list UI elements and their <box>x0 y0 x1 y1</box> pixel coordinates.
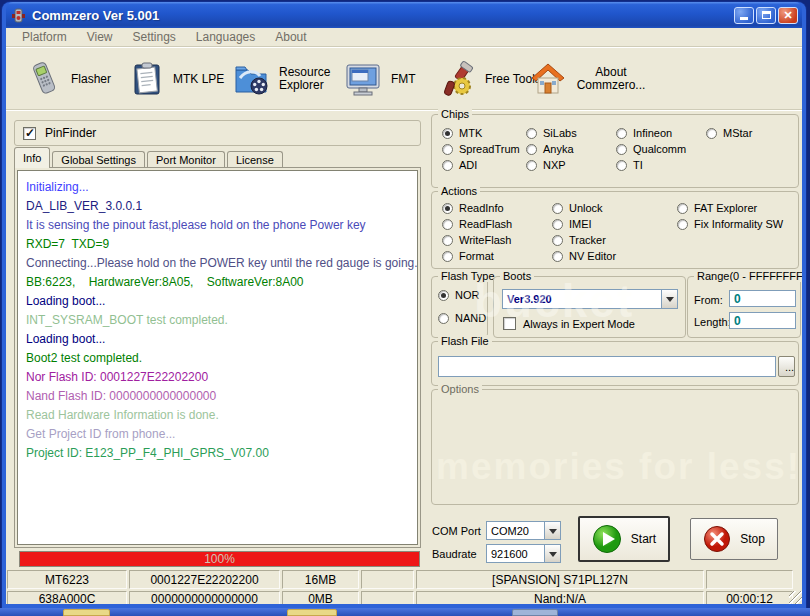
status-cell: MT6223 <box>7 570 127 589</box>
chip-radio-spreadtrum[interactable]: SpreadTrum <box>442 143 526 155</box>
close-button[interactable]: ✕ <box>778 7 798 24</box>
chevron-down-icon[interactable] <box>544 545 560 562</box>
action-radio-nv-editor[interactable]: NV Editor <box>552 250 677 262</box>
baudrate-label: Baudrate <box>432 548 477 560</box>
stop-icon <box>703 525 731 553</box>
pinfinder-checkbox[interactable] <box>23 127 36 140</box>
toolbar-resource-explorer-button[interactable]: Resource Explorer <box>232 56 341 102</box>
menu-about[interactable]: About <box>265 30 316 44</box>
grid-filler <box>706 159 798 171</box>
monitor-icon <box>342 60 384 98</box>
action-radio-fix-informality-sw[interactable]: Fix Informality SW <box>677 218 798 230</box>
minimize-button[interactable] <box>734 7 754 24</box>
log-line: Nand Flash ID: 0000000000000000 <box>26 387 409 406</box>
boots-group: Boots Ver3.920 Always in Expert Mode <box>493 276 686 338</box>
maximize-button[interactable] <box>756 7 776 24</box>
stop-button[interactable]: Stop <box>690 518 778 560</box>
resize-grip[interactable] <box>789 591 802 604</box>
action-radio-imei[interactable]: IMEI <box>552 218 677 230</box>
action-radio-unlock[interactable]: Unlock <box>552 202 677 214</box>
flash-file-input[interactable] <box>438 356 776 377</box>
toolbar-label: MTK LPE <box>173 73 224 86</box>
radio-dot <box>442 128 453 139</box>
radio-label: SpreadTrum <box>459 143 520 155</box>
baudrate-select[interactable]: 921600 <box>486 544 561 563</box>
boots-version-select[interactable]: Ver3.920 <box>502 289 678 309</box>
toolbar-mtk-lpe-button[interactable]: MTK LPE <box>128 56 224 102</box>
radio-dot <box>616 160 627 171</box>
progress-bar: 100% <box>19 551 420 567</box>
radio-dot <box>616 128 627 139</box>
radio-dot <box>442 235 453 246</box>
radio-dot <box>677 219 688 230</box>
action-radio-writeflash[interactable]: WriteFlash <box>442 234 552 246</box>
chip-radio-ti[interactable]: TI <box>616 159 706 171</box>
action-radio-readflash[interactable]: ReadFlash <box>442 218 552 230</box>
toolbar-fmt-button[interactable]: FMT <box>342 56 416 102</box>
range-length-input[interactable] <box>729 312 796 329</box>
folder-icon <box>63 609 110 616</box>
status-cell: 0MB <box>282 591 359 604</box>
tab-license[interactable]: License <box>227 151 283 168</box>
menu-languages[interactable]: Languages <box>186 30 265 44</box>
log-line: Loading boot... <box>26 292 409 311</box>
menu-platform[interactable]: Platform <box>12 30 77 44</box>
grid-filler <box>706 143 798 155</box>
chip-radio-anyka[interactable]: Anyka <box>526 143 616 155</box>
action-radio-fat-explorer[interactable]: FAT Explorer <box>677 202 798 214</box>
radio-label: NV Editor <box>569 250 616 262</box>
separator <box>6 109 802 111</box>
chevron-down-icon[interactable] <box>544 522 560 539</box>
menu-view[interactable]: View <box>77 30 123 44</box>
radio-dot <box>438 313 449 324</box>
tab-info[interactable]: Info <box>14 147 50 168</box>
chip-radio-silabs[interactable]: SiLabs <box>526 127 616 139</box>
chip-radio-nxp[interactable]: NXP <box>526 159 616 171</box>
action-radio-format[interactable]: Format <box>442 250 552 262</box>
tools-icon <box>438 59 478 99</box>
toolbar-about-button[interactable]: About Commzero... <box>530 56 649 102</box>
status-cell: [SPANSION] S71PL127N <box>416 570 704 589</box>
action-radio-tracker[interactable]: Tracker <box>552 234 677 246</box>
chevron-down-icon[interactable] <box>661 290 677 308</box>
radio-label: Unlock <box>569 202 603 214</box>
browse-button[interactable]: ... <box>778 356 795 377</box>
com-port-select[interactable]: COM20 <box>486 521 561 540</box>
chip-radio-mstar[interactable]: MStar <box>706 127 798 139</box>
actions-options: ReadInfoReadFlashWriteFlashFormatUnlockI… <box>432 192 798 262</box>
options-group: Options <box>431 389 799 505</box>
toolbar-label: Resource Explorer <box>279 66 341 92</box>
pinfinder-label: PinFinder <box>45 126 96 140</box>
log-line: Connecting...Please hold on the POWER ke… <box>26 254 409 273</box>
radio-label: IMEI <box>569 218 592 230</box>
chip-radio-mtk[interactable]: MTK <box>442 127 526 139</box>
radio-label: NXP <box>543 159 566 171</box>
action-radio-readinfo[interactable]: ReadInfo <box>442 202 552 214</box>
flash-type-radio-nand[interactable]: NAND <box>438 312 487 324</box>
flash-type-radio-nor[interactable]: NOR <box>438 289 487 301</box>
info-tab-page: Initializing...DA_LIB_VER_3.0.0.1It is s… <box>14 167 421 548</box>
baudrate-value: 921600 <box>487 545 544 562</box>
range-group-label: Range(0 - FFFFFFFFh) <box>694 270 802 282</box>
tab-global-settings[interactable]: Global Settings <box>52 151 145 168</box>
expert-mode-checkbox[interactable] <box>503 317 516 330</box>
tab-port-monitor[interactable]: Port Monitor <box>147 151 225 168</box>
toolbar-flasher-button[interactable]: Flasher <box>24 56 111 102</box>
chip-radio-qualcomm[interactable]: Qualcomm <box>616 143 706 155</box>
toolbar-free-tools-button[interactable]: Free Tools <box>438 56 541 102</box>
app-icon <box>10 7 27 24</box>
chip-radio-adi[interactable]: ADI <box>442 159 526 171</box>
com-port-label: COM Port <box>432 525 481 537</box>
radio-label: FAT Explorer <box>694 202 757 214</box>
range-from-input[interactable] <box>729 290 796 307</box>
radio-dot <box>552 219 563 230</box>
radio-dot <box>616 144 627 155</box>
chip-radio-infineon[interactable]: Infineon <box>616 127 706 139</box>
log-output: Initializing...DA_LIB_VER_3.0.0.1It is s… <box>17 170 418 545</box>
menu-settings[interactable]: Settings <box>122 30 185 44</box>
boots-group-label: Boots <box>500 270 534 282</box>
log-line: DA_LIB_VER_3.0.0.1 <box>26 197 409 216</box>
radio-dot <box>442 203 453 214</box>
start-button[interactable]: Start <box>578 516 670 562</box>
taskbar-item <box>512 609 558 616</box>
